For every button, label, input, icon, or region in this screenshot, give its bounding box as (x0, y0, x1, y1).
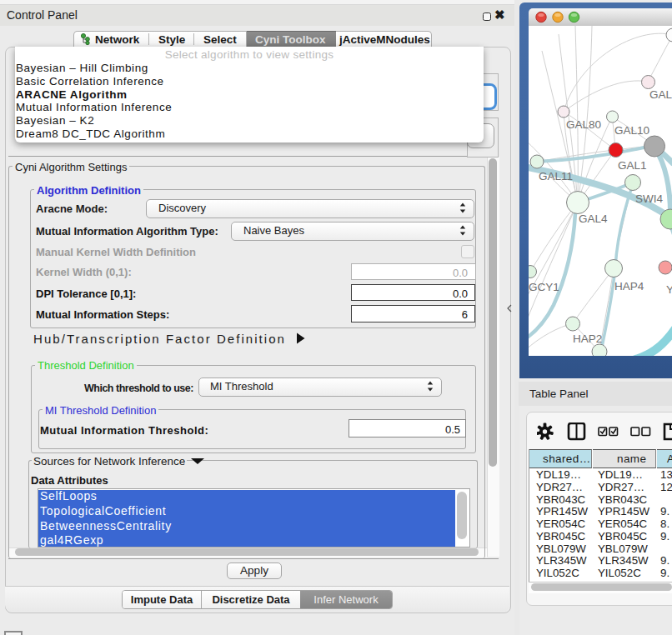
svg-text:HAP4: HAP4 (614, 280, 644, 292)
svg-text:GAL: GAL (649, 88, 672, 101)
svg-text:GCY1: GCY1 (529, 281, 559, 293)
svg-text:GAL4: GAL4 (579, 212, 608, 225)
svg-text:SWI4: SWI4 (635, 192, 663, 205)
svg-text:GAL10: GAL10 (614, 124, 649, 137)
svg-text:GAL1: GAL1 (618, 159, 647, 172)
svg-text:Y: Y (666, 283, 672, 296)
svg-text:GAL11: GAL11 (539, 170, 573, 182)
svg-text:GAL80: GAL80 (566, 118, 601, 131)
svg-text:HAP2: HAP2 (573, 332, 602, 345)
